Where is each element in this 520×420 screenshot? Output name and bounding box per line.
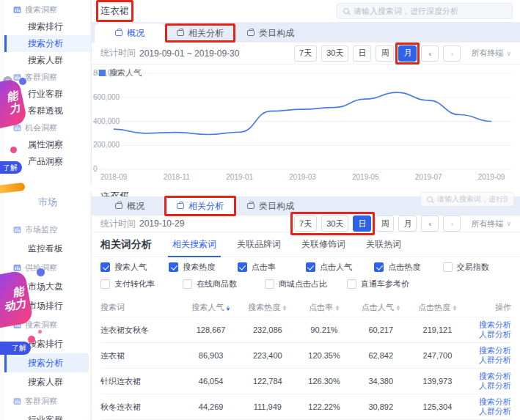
checkbox[interactable]: [347, 279, 356, 289]
search-analysis-link[interactable]: 搜索分析: [466, 372, 511, 381]
metric-trade-index[interactable]: 交易指数: [443, 262, 511, 273]
prev-arrow-button[interactable]: ‹: [421, 45, 439, 62]
subtab-modifier-words[interactable]: 关联修饰词: [300, 232, 347, 257]
sidebar-item-search-ranking[interactable]: 搜索排行: [4, 18, 91, 35]
terminal-dropdown[interactable]: 所有终端∨: [471, 48, 511, 59]
svg-text:2018-11: 2018-11: [164, 173, 190, 181]
checkbox[interactable]: [374, 262, 384, 272]
checkbox[interactable]: [100, 279, 110, 289]
screenshot-canvas: 搜索洞察 搜索排行 搜索分析 搜索人群 客群洞察 行业客群 客群透视 机会洞察 …: [0, 0, 520, 420]
sidebar-group-search-insight[interactable]: 搜索洞察: [4, 1, 91, 18]
promo-learn-more-button[interactable]: 了解: [0, 342, 31, 355]
sidebar-item-label: 行业客群: [28, 414, 63, 420]
search-analysis-link[interactable]: 搜索分析: [466, 346, 511, 355]
crowd-analysis-link[interactable]: 人群分析: [466, 355, 511, 365]
bottom-tab-0[interactable]: 概况: [95, 196, 165, 215]
sidebar-item-industry-customer[interactable]: 行业客群: [4, 410, 91, 420]
checkbox[interactable]: [443, 262, 453, 272]
top-period-4[interactable]: 月: [398, 45, 417, 62]
crowd-analysis-link[interactable]: 人群分析: [466, 407, 511, 416]
metric-click-heat[interactable]: 点击热度: [374, 262, 442, 273]
promo-dot-blue: [19, 78, 26, 85]
col-header-click-heat[interactable]: 点击热度▲▼: [409, 302, 466, 313]
col-header-click-popularity[interactable]: 点击人气▲▼: [353, 302, 409, 313]
sidebar-item-search-analysis[interactable]: 搜索分析: [4, 353, 89, 372]
metric-label: 点击热度: [388, 262, 420, 273]
terminal-dropdown[interactable]: 所有终端∨: [471, 218, 511, 229]
table-row: 秋冬连衣裙 44,269 111,949 122.22% 30,892 125,…: [100, 394, 511, 420]
promo-dot-pink: [38, 330, 42, 334]
search-analysis-link[interactable]: 搜索分析: [466, 320, 511, 330]
checkbox[interactable]: [100, 262, 110, 272]
promo-learn-more-button[interactable]: 了解: [0, 161, 22, 174]
subtab-hot-words[interactable]: 关联热词: [365, 232, 403, 257]
search-input[interactable]: 请输入搜索词，进行深度分析: [337, 3, 513, 19]
bottom-tab-2[interactable]: 类目构成: [235, 196, 306, 215]
checkbox[interactable]: [265, 279, 274, 289]
bottom-period-3[interactable]: 周: [376, 215, 394, 232]
metric-click-popularity[interactable]: 点击人气: [306, 262, 374, 273]
search-analysis-link[interactable]: 搜索分析: [466, 397, 511, 407]
top-tab-0[interactable]: 概况: [95, 23, 165, 43]
trend-chart-svg: 800,000600,000400,000200,00002018-092018…: [92, 65, 516, 185]
checkbox[interactable]: [306, 262, 315, 272]
metric-label: 搜索热度: [183, 262, 215, 273]
next-arrow-button[interactable]: ›: [443, 215, 461, 232]
svg-text:2019-09: 2019-09: [478, 173, 505, 181]
metric-pay-conversion[interactable]: 支付转化率: [100, 279, 183, 290]
checkbox[interactable]: [169, 262, 178, 272]
prev-arrow-button[interactable]: ‹: [421, 215, 439, 232]
metric-ztc-ref-price[interactable]: 直通车参考价: [347, 279, 429, 290]
bottom-period-0[interactable]: 7天: [294, 215, 317, 232]
sidebar-item-attribute-insight[interactable]: 属性洞察: [4, 136, 91, 153]
cell-value: 125,304: [409, 402, 466, 411]
bottom-period-2[interactable]: 日: [353, 215, 371, 232]
next-arrow-button[interactable]: ›: [443, 45, 461, 62]
search-input[interactable]: 请输入搜索词，进行深度分析: [420, 192, 514, 207]
bottom-tab-1[interactable]: 相关分析: [165, 196, 235, 215]
table-header-row: 搜索词 搜索人气▲▼ 搜索热度▲▼ 点击率▲▼ 点击人气▲▼ 点击热度▲▼ 操作: [100, 298, 511, 317]
checkbox[interactable]: [183, 279, 192, 289]
chevron-down-icon: ∨: [506, 220, 511, 227]
bottom-period-1[interactable]: 30天: [321, 215, 348, 232]
col-header-click-rate[interactable]: 点击率▲▼: [296, 302, 352, 313]
sidebar-item-monitor-board[interactable]: 监控看板: [4, 239, 91, 258]
svg-text:2019-03: 2019-03: [289, 173, 316, 181]
crowd-analysis-link[interactable]: 人群分析: [466, 381, 511, 391]
cell-value: 128,667: [183, 325, 239, 334]
col-header-search-heat[interactable]: 搜索热度▲▼: [239, 302, 296, 313]
metric-click-rate[interactable]: 点击率: [238, 262, 306, 273]
cell-value: 122.22%: [296, 402, 352, 411]
top-period-0[interactable]: 7天: [294, 45, 317, 62]
stat-time-value: 2019-10-29: [139, 218, 184, 229]
checkbox[interactable]: [238, 262, 247, 272]
sidebar-item-search-crowd[interactable]: 搜索人群: [4, 52, 91, 69]
metric-search-heat[interactable]: 搜索热度: [169, 262, 237, 273]
svg-text:0: 0: [93, 165, 98, 173]
top-period-3[interactable]: 周: [376, 45, 394, 62]
cell-actions: 搜索分析人群分析: [466, 346, 511, 365]
briefcase-icon: [247, 203, 254, 209]
sidebar-section-market[interactable]: 市场: [4, 194, 91, 211]
top-tab-1[interactable]: 相关分析: [165, 23, 235, 43]
sidebar-group-customer-insight[interactable]: 客群洞察: [4, 391, 91, 410]
top-period-2[interactable]: 日: [353, 45, 371, 62]
sidebar-item-label: 市场排行: [28, 300, 63, 312]
metric-online-products[interactable]: 在线商品数: [183, 279, 265, 290]
metric-mall-click-share[interactable]: 商城点击占比: [265, 279, 347, 290]
col-header-label: 点击人气: [362, 302, 394, 313]
subtab-related-search-words[interactable]: 相关搜索词: [171, 232, 218, 257]
col-header-search-popularity[interactable]: 搜索人气▲▼: [183, 302, 239, 313]
top-tab-2[interactable]: 类目构成: [235, 23, 306, 43]
sidebar-group-label: 客群洞察: [25, 396, 57, 407]
top-period-1[interactable]: 30天: [321, 45, 348, 62]
sidebar-item-search-crowd[interactable]: 搜索人群: [4, 372, 91, 391]
sidebar-item-search-analysis[interactable]: 搜索分析: [4, 35, 91, 52]
sidebar-group-label: 市场监控: [25, 224, 57, 235]
bottom-period-4[interactable]: 月: [398, 215, 417, 232]
svg-text:2019-01: 2019-01: [226, 173, 253, 181]
crowd-analysis-link[interactable]: 人群分析: [466, 330, 511, 339]
sidebar-group-market-monitor[interactable]: 市场监控: [4, 220, 91, 239]
metric-search-popularity[interactable]: 搜索人气: [100, 262, 169, 273]
subtab-brand-words[interactable]: 关联品牌词: [235, 232, 282, 257]
